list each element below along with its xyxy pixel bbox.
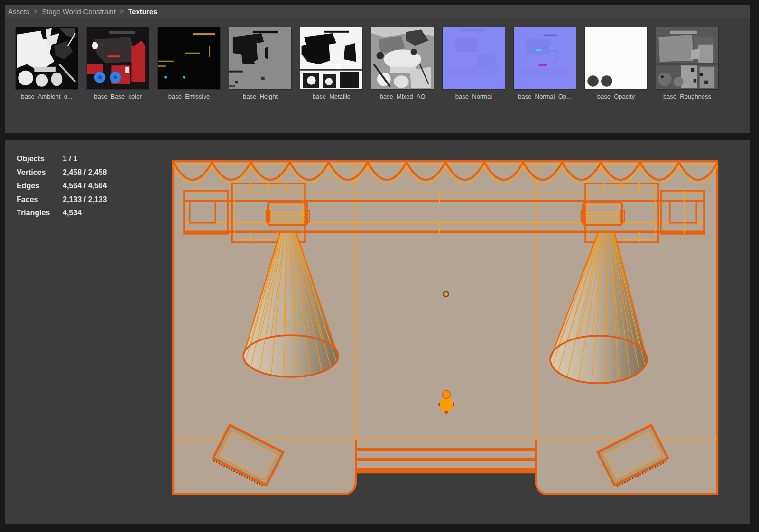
texture-preview-image xyxy=(514,27,576,89)
texture-thumbnail-ambient-occlusion[interactable]: base_Ambient_o... xyxy=(16,27,78,100)
stat-value: 1 / 1 xyxy=(63,152,77,166)
texture-thumbnail-roughness[interactable]: base_Roughness xyxy=(656,27,718,100)
texture-label: base_Normal_Op... xyxy=(518,93,572,100)
texture-preview-image xyxy=(229,27,291,89)
texture-preview-image xyxy=(158,27,220,89)
texture-label: base_Mixed_AO xyxy=(380,93,425,100)
texture-thumbnail-normal-opacity[interactable]: base_Normal_Op... xyxy=(514,27,576,100)
texture-preview-image xyxy=(443,27,505,89)
stat-row-vertices: Vertices 2,458 / 2,458 xyxy=(17,166,107,180)
texture-thumbnail-base-color[interactable]: base_Base_color xyxy=(87,27,149,100)
mesh-stats-overlay: Objects 1 / 1 Vertices 2,458 / 2,458 Edg… xyxy=(17,152,107,220)
stat-label: Edges xyxy=(17,179,63,193)
texture-thumbnail-mixed-ao[interactable]: base_Mixed_AO xyxy=(371,27,434,100)
texture-preview-image xyxy=(656,27,718,89)
stat-row-faces: Faces 2,133 / 2,133 xyxy=(17,193,107,207)
texture-thumbnail-height[interactable]: base_Height xyxy=(229,27,291,100)
texture-preview-image xyxy=(300,27,362,89)
texture-thumbnail-opacity[interactable]: base_Opacity xyxy=(585,27,647,100)
stat-row-triangles: Triangles 4,534 xyxy=(17,206,107,220)
stat-label: Triangles xyxy=(17,206,63,220)
texture-preview-image xyxy=(585,27,647,89)
breadcrumb: Assets > Stage World-Constraint > Textur… xyxy=(5,5,750,18)
mesh-preview-panel: Objects 1 / 1 Vertices 2,458 / 2,458 Edg… xyxy=(5,140,750,524)
stat-value: 4,534 xyxy=(63,206,82,220)
stat-value: 2,133 / 2,133 xyxy=(63,193,107,207)
breadcrumb-separator-icon: > xyxy=(120,8,124,15)
texture-browser-panel: Assets > Stage World-Constraint > Textur… xyxy=(5,5,750,133)
stat-label: Vertices xyxy=(17,166,63,180)
breadcrumb-separator-icon: > xyxy=(34,8,37,15)
texture-preview-image xyxy=(87,27,149,89)
texture-thumbnail-strip: base_Ambient_o... xyxy=(16,27,718,100)
texture-thumbnail-normal[interactable]: base_Normal xyxy=(443,27,505,100)
texture-label: base_Emissive xyxy=(168,93,210,100)
breadcrumb-item-assets[interactable]: Assets xyxy=(8,8,29,16)
stat-row-objects: Objects 1 / 1 xyxy=(17,152,107,166)
texture-thumbnail-emissive[interactable]: base_Emissive xyxy=(158,27,220,100)
center-marker xyxy=(444,292,449,297)
stat-row-edges: Edges 4,564 / 4,564 xyxy=(17,179,107,193)
texture-preview-image xyxy=(371,27,434,89)
texture-preview-image xyxy=(16,27,78,89)
texture-label: base_Opacity xyxy=(597,93,635,100)
stat-value: 2,458 / 2,458 xyxy=(63,166,107,180)
breadcrumb-item-folder[interactable]: Stage World-Constraint xyxy=(42,8,116,16)
texture-label: base_Metallic xyxy=(313,93,351,100)
texture-thumbnail-metallic[interactable]: base_Metallic xyxy=(300,27,362,100)
stat-label: Objects xyxy=(17,152,63,166)
texture-label: base_Height xyxy=(243,93,278,100)
stat-label: Faces xyxy=(17,193,63,207)
texture-label: base_Roughness xyxy=(663,93,711,100)
stat-value: 4,564 / 4,564 xyxy=(63,179,107,193)
texture-label: base_Ambient_o... xyxy=(21,93,72,100)
model-preview-viewport[interactable] xyxy=(5,140,750,524)
texture-label: base_Base_color xyxy=(94,93,141,100)
breadcrumb-item-current[interactable]: Textures xyxy=(128,8,157,16)
texture-label: base_Normal xyxy=(455,93,492,100)
